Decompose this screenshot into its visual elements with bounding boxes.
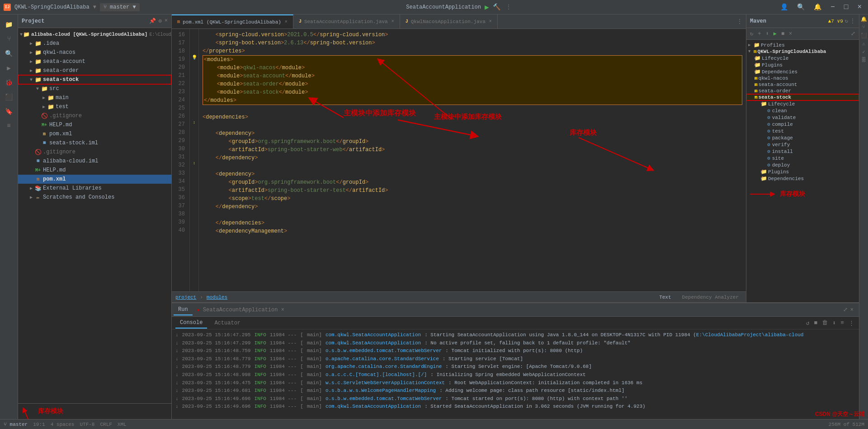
maven-tool-expand[interactable]: ⤢ [849, 29, 857, 38]
more-button[interactable]: ⋮ [506, 4, 511, 10]
tree-item-root[interactable]: ▼ 📁 alibaba-cloud [QKWL-SpringCloudAliba… [18, 30, 171, 39]
dep-analyzer-tab[interactable]: Dependency Analyzer [679, 294, 742, 301]
tree-item-gitignore-root[interactable]: 🚫 .gitignore [18, 148, 171, 157]
maven-refresh-icon[interactable]: ↻ [845, 18, 848, 24]
tree-item-seata-order[interactable]: ▶ 📁 seata-order [18, 66, 171, 75]
sidebar-icon-terminal[interactable]: ⬛ [3, 91, 15, 103]
maven-more-icon[interactable]: ⋮ [850, 18, 855, 24]
build-button[interactable]: 🔨 [493, 3, 500, 11]
tab-seata-account[interactable]: J SeataAccountApplication.java × [293, 14, 400, 29]
maven-profiles[interactable]: ▶ 📁 Profiles [746, 42, 859, 48]
bottom-tab-seata[interactable]: ● SeataAccountApplication × [194, 305, 287, 315]
maven-install[interactable]: ⚙ install [746, 148, 859, 155]
maven-tool-add[interactable]: + [756, 30, 763, 38]
console-tab[interactable]: Console [175, 318, 207, 329]
tree-item-seata-account[interactable]: ▶ 📁 seata-account [18, 57, 171, 66]
tree-item-src[interactable]: ▼ 📁 src [18, 84, 171, 93]
maven-tool-refresh[interactable]: ↻ [748, 29, 755, 38]
tab-close-qkwl[interactable]: × [489, 19, 492, 24]
status-line-sep[interactable]: CRLF [100, 422, 112, 427]
maven-lifecycle-stock[interactable]: ▼ 📁 Lifecycle [746, 100, 859, 107]
maven-seata-account[interactable]: ▶ m seata-account [746, 81, 859, 88]
tab-close-seata[interactable]: × [392, 19, 394, 24]
status-memory[interactable]: 256M of 512M [829, 422, 864, 427]
panel-pin-icon[interactable]: 📌 [149, 18, 156, 24]
maven-qkwl-nacos[interactable]: ▶ m qkwl-nacos [746, 75, 859, 81]
sidebar-icon-debug[interactable]: 🐞 [3, 76, 15, 89]
maven-tool-stop[interactable]: ■ [779, 30, 786, 38]
maven-tool-download[interactable]: ⬇ [764, 29, 770, 38]
tree-item-helpmd-root[interactable]: M+ HELP.md [18, 166, 171, 175]
actuator-tab[interactable]: Actuator [210, 318, 245, 328]
maven-site[interactable]: ⚙ site [746, 155, 859, 162]
tree-item-iml-root[interactable]: ■ alibaba-cloud.iml [18, 157, 171, 166]
tab-close-pom[interactable]: × [285, 19, 288, 24]
right-icon-database[interactable]: 🗄 [861, 57, 867, 63]
user-icon[interactable]: 👤 [780, 3, 788, 11]
maven-verify[interactable]: ⚙ verify [746, 141, 859, 148]
maven-validate[interactable]: ⚙ validate [746, 114, 859, 121]
bottom-tab-run[interactable]: Run [174, 305, 193, 315]
tree-item-idea[interactable]: ▶ 📁 .idea [18, 39, 171, 48]
console-scroll-icon[interactable]: ⬇ [831, 319, 837, 328]
maven-plugins-stock[interactable]: ▶ 📁 Plugins [746, 168, 859, 175]
maven-test[interactable]: ⚙ test [746, 128, 859, 134]
maven-compile[interactable]: ⚙ compile [746, 121, 859, 128]
tab-pom-xml[interactable]: m pom.xml (QKWL-SpringCloudAlibaba) × [172, 14, 293, 29]
maven-lifecycle-root[interactable]: ▶ 📁 Lifecycle [746, 55, 859, 62]
console-clear-icon[interactable]: 🗑 [821, 319, 829, 327]
tree-item-pom-root[interactable]: m pom.xml [18, 175, 171, 184]
tree-item-seata-stock[interactable]: ▼ 📁 seata-stock [18, 75, 171, 84]
search-icon[interactable]: 🔍 [797, 3, 805, 11]
run-button[interactable]: ▶ [485, 3, 489, 12]
maven-dependencies-stock[interactable]: ▶ 📁 Dependencies [746, 175, 859, 182]
tree-item-iml-stock[interactable]: ■ seata-stock.iml [18, 138, 171, 148]
tree-item-ext-libs[interactable]: ▶ 📚 External Libraries [18, 184, 171, 193]
project-link[interactable]: project [175, 295, 196, 300]
maven-deploy[interactable]: ⚙ deploy [746, 162, 859, 168]
console-settings-icon[interactable]: ⋮ [848, 319, 855, 328]
maven-clean[interactable]: ⚙ clean [746, 107, 859, 114]
status-lang[interactable]: XML [118, 422, 127, 427]
tree-item-pom-stock[interactable]: m pom.xml [18, 129, 171, 138]
sidebar-icon-find[interactable]: 🔍 [3, 47, 15, 60]
sidebar-icon-bookmarks[interactable]: 🔖 [3, 105, 15, 118]
panel-close-icon[interactable]: × [165, 18, 168, 24]
tree-item-scratches[interactable]: ▶ ✏ Scratches and Consoles [18, 193, 171, 202]
notification-icon[interactable]: 🔔 [814, 3, 821, 11]
right-icon-problems[interactable]: ⚠ [861, 41, 867, 47]
right-icon-todo[interactable]: ✓ [861, 49, 867, 55]
tree-item-qkwl-nacos[interactable]: ▶ 📁 qkwl-nacos [18, 48, 171, 57]
right-icon-terminal[interactable]: ⬛ [861, 33, 867, 39]
console-stop-icon[interactable]: ■ [813, 319, 819, 327]
right-icon-notifications[interactable]: 🔔 [861, 16, 867, 23]
maven-dependencies-root[interactable]: ▶ 📁 Dependencies [746, 68, 859, 75]
right-icon-vcs[interactable]: ⑂ [861, 24, 867, 31]
bottom-expand-icon[interactable]: ⤢ [843, 306, 848, 313]
text-tab[interactable]: Text [656, 294, 675, 301]
bottom-close-icon[interactable]: × [850, 307, 854, 313]
sidebar-icon-run[interactable]: ▶ [3, 62, 15, 74]
status-encoding[interactable]: UTF-8 [80, 422, 94, 427]
code-content[interactable]: <spring-cloud.version>2021.0.5</spring-c… [199, 29, 746, 291]
console-fold-icon[interactable]: ≡ [840, 319, 845, 327]
maven-package[interactable]: ⚙ package [746, 134, 859, 141]
panel-settings-icon[interactable]: ⚙ [159, 18, 162, 24]
tree-item-gitignore-stock[interactable]: 🚫 .gitignore [18, 111, 171, 120]
close-button[interactable]: × [857, 3, 862, 11]
tree-item-helpmd-stock[interactable]: M+ HELP.md [18, 120, 171, 129]
tree-item-main[interactable]: ▶ 📁 main [18, 93, 171, 102]
maven-plugins-root[interactable]: ▶ 📁 Plugins [746, 62, 859, 68]
maven-seata-stock[interactable]: ▼ m seata-stock [746, 94, 859, 100]
branch-selector[interactable]: ⑂ master ▼ [100, 3, 140, 11]
console-restart-icon[interactable]: ↺ [805, 319, 811, 328]
tree-item-test[interactable]: ▶ 📁 test [18, 102, 171, 111]
tab-qkwl-nacos[interactable]: J QkwlNacosApplication.java × [400, 14, 498, 29]
sidebar-icon-vcs[interactable]: ⑂ [3, 33, 15, 45]
maven-root[interactable]: ▼ m QKWL-SpringCloudAlibaba [746, 48, 859, 55]
maven-tool-close[interactable]: × [787, 30, 794, 38]
sidebar-icon-project[interactable]: 📁 [3, 18, 15, 31]
minimize-button[interactable]: − [830, 3, 835, 11]
status-position[interactable]: 19:1 [33, 422, 45, 427]
status-vcs[interactable]: ⑂ master [4, 422, 28, 427]
